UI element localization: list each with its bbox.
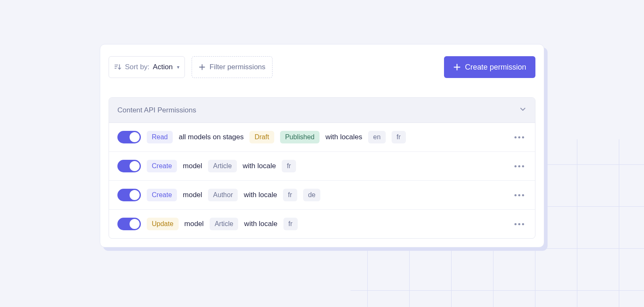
locale-tag: en <box>368 131 386 143</box>
dots-icon <box>514 136 524 138</box>
model-tag: Article <box>210 218 238 230</box>
row-text: with locale <box>244 220 277 228</box>
permissions-card: Sort by: Action ▾ Filter permissions Cre… <box>100 44 544 247</box>
permission-row: Update model Article with locale fr <box>109 210 535 238</box>
dots-icon <box>514 194 524 196</box>
enable-toggle[interactable] <box>117 218 141 230</box>
enable-toggle[interactable] <box>117 189 141 201</box>
row-text: model <box>184 220 204 228</box>
sort-by-label: Sort by: <box>125 63 150 71</box>
locale-tag: fr <box>283 218 298 230</box>
action-tag: Create <box>147 189 177 201</box>
row-text: with locale <box>244 191 277 199</box>
row-text: with locales <box>325 133 362 141</box>
locale-tag: de <box>303 189 321 201</box>
row-text: all models on stages <box>179 133 244 141</box>
permission-row: Read all models on stages Draft Publishe… <box>109 123 535 152</box>
filter-label: Filter permissions <box>210 63 265 71</box>
action-tag: Update <box>147 218 179 230</box>
enable-toggle[interactable] <box>117 131 141 143</box>
section-title: Content API Permissions <box>117 106 196 114</box>
model-tag: Article <box>208 160 236 172</box>
permission-row: Create model Article with locale fr <box>109 152 535 181</box>
stage-tag: Published <box>280 131 319 143</box>
action-tag: Read <box>147 131 173 143</box>
model-tag: Author <box>208 189 238 201</box>
more-button[interactable] <box>512 187 527 203</box>
locale-tag: fr <box>282 160 296 172</box>
create-permission-button[interactable]: Create permission <box>444 56 535 78</box>
section-header[interactable]: Content API Permissions <box>109 98 535 123</box>
chevron-down-icon <box>519 105 527 115</box>
sort-button[interactable]: Sort by: Action ▾ <box>109 56 185 78</box>
locale-tag: fr <box>283 189 297 201</box>
permission-row: Create model Author with locale fr de <box>109 181 535 210</box>
more-button[interactable] <box>512 130 527 145</box>
dots-icon <box>514 165 524 167</box>
more-button[interactable] <box>512 216 527 232</box>
plus-icon <box>199 64 205 70</box>
filter-permissions-button[interactable]: Filter permissions <box>192 56 273 78</box>
more-button[interactable] <box>512 159 527 174</box>
caret-down-icon: ▾ <box>177 64 179 70</box>
dots-icon <box>514 223 524 225</box>
action-tag: Create <box>147 160 177 172</box>
sort-icon <box>114 63 122 71</box>
locale-tag: fr <box>392 131 406 143</box>
row-text: model <box>183 162 202 170</box>
row-text: model <box>183 191 202 199</box>
toolbar: Sort by: Action ▾ Filter permissions Cre… <box>109 56 535 78</box>
row-text: with locale <box>243 162 276 170</box>
create-label: Create permission <box>465 63 526 72</box>
stage-tag: Draft <box>249 131 274 143</box>
plus-icon <box>453 63 461 71</box>
sort-by-value: Action <box>153 63 173 71</box>
permissions-section: Content API Permissions Read all models … <box>109 97 535 239</box>
enable-toggle[interactable] <box>117 160 141 172</box>
